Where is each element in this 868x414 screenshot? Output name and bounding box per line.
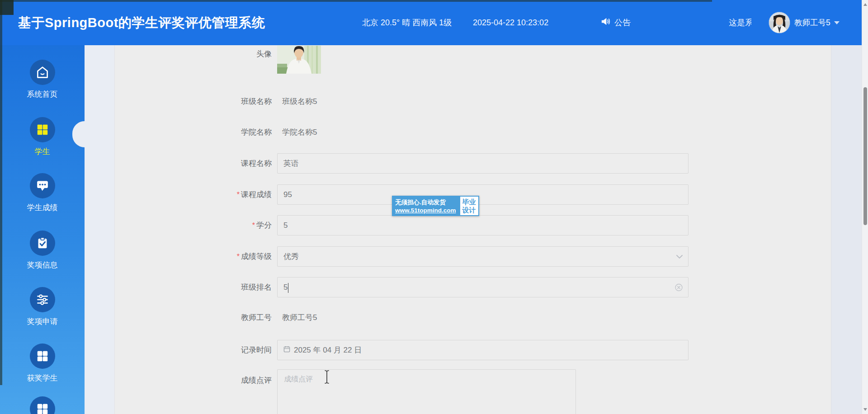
text-caret: [288, 283, 288, 293]
username: 教师工号5: [794, 17, 830, 28]
watermark-badge: 毕业 设计: [459, 196, 479, 216]
user-menu[interactable]: 教师工号5: [794, 0, 840, 45]
form-panel: 头像 班级名称 班级名称5 学院名称 学院名称5 课程名称 英语: [114, 45, 831, 414]
scrollbar-down-arrow[interactable]: [863, 408, 867, 411]
form-row-record-time: 记录时间 2025 年 04 月 22 日: [115, 340, 698, 360]
field-value: 学院名称5: [277, 127, 317, 138]
field-label: 教师工号: [115, 312, 277, 324]
caret-down-icon: [834, 21, 840, 24]
field-label: *课程成绩: [115, 184, 277, 205]
speaker-icon: [600, 16, 611, 29]
content-right-gutter: [831, 45, 862, 414]
sidebar-nav: 系统首页 学生 学生成绩 奖项信息 奖项申请 获奖学生: [0, 45, 85, 414]
field-label: 成绩点评: [115, 369, 277, 392]
required-asterisk: *: [237, 191, 240, 198]
sidebar-item-student-scores[interactable]: 学生成绩: [0, 173, 85, 213]
credit-input[interactable]: 5: [277, 215, 689, 235]
mouse-ibeam-cursor: [324, 370, 330, 386]
weather-info: 北京 20.5° 晴 西南风 1级: [362, 0, 452, 45]
scrollbar-up-arrow[interactable]: [863, 3, 867, 6]
scrollbar-thumb[interactable]: [863, 87, 867, 225]
form-row-course-name: 课程名称 英语: [115, 153, 698, 174]
user-avatar[interactable]: [769, 12, 790, 33]
form-row-teacher-id: 教师工号 教师工号5: [115, 312, 698, 324]
grid-icon: [30, 396, 55, 414]
sidebar-item-awarded-students[interactable]: 获奖学生: [0, 343, 85, 383]
field-label: 头像: [115, 45, 277, 63]
course-name-input[interactable]: 英语: [277, 153, 689, 174]
grid-icon: [30, 343, 55, 369]
sliders-icon: [30, 287, 55, 312]
watermark-ad: 无须担心.自动发货 www.51topmind.com 毕业 设计: [392, 196, 479, 216]
form-row-class-name: 班级名称 班级名称5: [115, 96, 698, 108]
required-asterisk: *: [252, 221, 255, 229]
form-row-college-name: 学院名称 学院名称5: [115, 127, 698, 138]
field-value: 班级名称5: [277, 96, 317, 108]
chevron-down-icon: [676, 254, 683, 259]
field-label: *学分: [115, 215, 277, 235]
sidebar-item-students[interactable]: 学生: [0, 117, 85, 157]
record-time-date-input[interactable]: 2025 年 04 月 22 日: [277, 340, 689, 360]
scrolling-notice-text: 这是系: [729, 0, 751, 45]
watermark-link[interactable]: www.51topmind.com: [395, 207, 456, 214]
course-score-input[interactable]: 95: [277, 184, 689, 205]
grid-icon: [30, 117, 55, 142]
required-asterisk: *: [237, 253, 240, 260]
content-left-gutter: [85, 45, 114, 414]
announcement-label: 公告: [614, 17, 631, 28]
student-photo[interactable]: [277, 46, 321, 74]
clear-input-icon[interactable]: [675, 283, 683, 291]
app-title: 基于SpringBoot的学生评奖评优管理系统: [18, 0, 265, 45]
calendar-icon: [283, 340, 290, 360]
field-label: 记录时间: [115, 340, 277, 360]
field-label: 班级名称: [115, 96, 277, 108]
top-header-bar: 基于SpringBoot的学生评奖评优管理系统 北京 20.5° 晴 西南风 1…: [0, 0, 862, 45]
form-row-score-comment: 成绩点评 成绩点评: [115, 369, 698, 414]
form-row-credit: *学分 5: [115, 215, 698, 235]
field-label: 课程名称: [115, 153, 277, 174]
field-label: 学院名称: [115, 127, 277, 138]
sidebar-item-home[interactable]: 系统首页: [0, 60, 85, 99]
sidebar-item-award-info[interactable]: 奖项信息: [0, 231, 85, 270]
home-icon: [30, 60, 55, 85]
announcement-button[interactable]: 公告: [600, 0, 631, 45]
score-comment-textarea[interactable]: 成绩点评: [277, 369, 576, 414]
field-value: 教师工号5: [277, 312, 317, 324]
vertical-scrollbar[interactable]: [862, 0, 868, 414]
datetime-display: 2025-04-22 10:23:02: [473, 0, 548, 45]
textarea-placeholder: 成绩点评: [284, 375, 313, 384]
sidebar-item-award-apply[interactable]: 奖项申请: [0, 287, 85, 327]
chat-icon: [30, 173, 55, 198]
form-row-grade-level: *成绩等级 优秀: [115, 246, 698, 267]
form-row-avatar: 头像: [115, 45, 698, 74]
class-rank-input[interactable]: 5: [277, 277, 689, 297]
sidebar-item-partial[interactable]: [0, 396, 85, 414]
field-label: 班级排名: [115, 277, 277, 297]
clipboard-check-icon: [30, 231, 55, 256]
field-label: *成绩等级: [115, 246, 277, 267]
form-row-class-rank: 班级排名 5: [115, 277, 698, 297]
watermark-text-block: 无须担心.自动发货 www.51topmind.com: [392, 196, 459, 216]
grade-level-select[interactable]: 优秀: [277, 246, 689, 267]
